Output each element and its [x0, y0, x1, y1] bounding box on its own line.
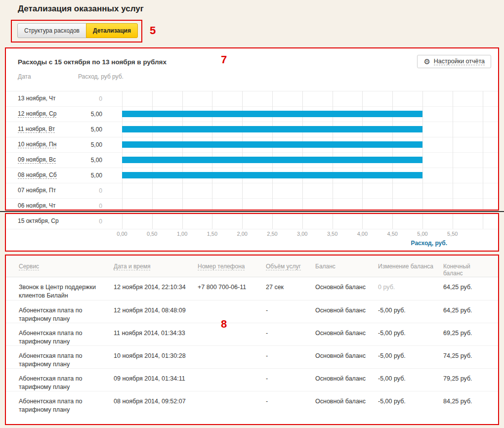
chart-row: 15 октября, Ср0 — [6, 214, 498, 229]
report-settings-button[interactable]: ⚙ Настройки отчёта — [417, 55, 491, 68]
table-cell: 12 ноября 2014, 08:48:09 — [114, 306, 198, 323]
table-column-label: Изменение баланса — [378, 263, 433, 270]
x-axis-tick-label: 1,50 — [200, 231, 224, 237]
table-column-header[interactable]: Сервис — [19, 263, 114, 277]
table-column-label: Конечный баланс — [443, 263, 470, 277]
table-cell: 0 руб. — [378, 283, 443, 300]
x-axis-tick-label: 3,50 — [321, 231, 344, 237]
table-row: Абонентская плата по тарифному плану08 н… — [6, 391, 498, 414]
table-cell: 08 ноября 2014, 09:52:07 — [114, 397, 198, 414]
report-tabs: Структура расходов Детализация — [17, 23, 138, 38]
chart-title: Расходы с 15 октября по 13 ноября в рубл… — [18, 58, 167, 66]
tab-expense-structure[interactable]: Структура расходов — [17, 23, 86, 38]
table-cell: -5,00 руб. — [378, 352, 443, 368]
chart-column-date: Дата — [18, 73, 31, 80]
chart-date-link[interactable]: 11 ноября, Вт — [18, 126, 55, 133]
chart-row: 07 ноября, Пт0 — [6, 183, 498, 199]
table-cell: Абонентская плата по тарифному плану — [19, 375, 114, 391]
chart-value-label: 0 — [60, 187, 102, 194]
details-table-panel: СервисДата и времяНомер телефонаОбъём ус… — [5, 255, 499, 425]
table-row: Звонок в Центр поддержки клиентов Билайн… — [6, 277, 498, 300]
table-cell: Основной баланс — [315, 375, 378, 391]
x-axis-tick-label: 2,50 — [260, 231, 284, 237]
table-cell: Основной баланс — [315, 329, 378, 345]
table-cell: - — [266, 397, 315, 414]
table-cell: -5,00 руб. — [378, 397, 443, 414]
chart-row: 09 ноября, Вс5,00 — [6, 153, 498, 168]
table-cell: Основной баланс — [315, 306, 378, 323]
x-axis-tick-label: 5,50 — [441, 231, 464, 237]
table-cell: +7 800 700-06-11 — [198, 283, 266, 300]
chart-date-link[interactable]: 10 ноября, Пн — [18, 141, 56, 148]
table-cell: - — [266, 329, 315, 345]
report-settings-label: Настройки отчёта — [434, 58, 485, 65]
table-column-label: Дата и время — [114, 263, 150, 270]
table-column-header: Баланс — [315, 263, 378, 277]
chart-row: 13 ноября, Чт0 — [6, 91, 498, 107]
chart-panel: Расходы с 15 октября по 13 ноября в рубл… — [5, 47, 499, 211]
x-axis-tick-label: 3,00 — [291, 231, 314, 237]
table-cell: - — [266, 375, 315, 391]
tab-detail[interactable]: Детализация — [86, 23, 138, 38]
table-cell: 12 ноября 2014, 22:10:34 — [114, 283, 198, 300]
table-column-label: Номер телефона — [198, 263, 245, 270]
annotation-number-5: 5 — [150, 24, 156, 37]
table-cell — [198, 375, 266, 391]
chart-panel-bottom: 15 октября, Ср0 0,000,501,001,502,002,50… — [5, 213, 499, 252]
chart-value-label: 5,00 — [60, 157, 102, 164]
screenshot-cut-line — [0, 211, 504, 212]
table-cell: Основной баланс — [315, 397, 378, 414]
gear-icon: ⚙ — [423, 58, 430, 65]
table-row: Абонентская плата по тарифному плану10 н… — [6, 345, 498, 368]
table-cell — [198, 397, 266, 414]
chart-value-label: 0 — [60, 203, 102, 210]
table-cell: 11 ноября 2014, 01:34:33 — [114, 329, 198, 345]
table-column-header[interactable]: Номер телефона — [198, 263, 266, 277]
chart-date-link[interactable]: 09 ноября, Вс — [18, 156, 56, 164]
x-axis-tick-label: 2,00 — [230, 231, 254, 237]
table-cell: Абонентская плата по тарифному плану — [19, 306, 114, 323]
x-axis-ticks: 0,000,501,001,502,002,503,003,504,004,50… — [6, 231, 498, 238]
chart-value-label: 5,00 — [60, 126, 102, 133]
chart-value-label: 5,00 — [60, 141, 102, 148]
chart-column-value: Расход, руб — [78, 73, 111, 80]
chart-value-label: 5,00 — [60, 111, 102, 118]
table-cell: Абонентская плата по тарифному плану — [19, 352, 114, 368]
table-cell: 27 сек — [266, 283, 315, 300]
table-header-row: СервисДата и времяНомер телефонаОбъём ус… — [6, 256, 498, 277]
table-column-label: Объём услуг — [266, 263, 301, 270]
table-body: Звонок в Центр поддержки клиентов Билайн… — [6, 277, 498, 414]
table-cell: - — [266, 352, 315, 368]
table-cell: 64,25 руб. — [443, 306, 491, 323]
table-cell: - — [266, 306, 315, 323]
chart-bar — [122, 141, 422, 148]
table-cell: 64,25 руб. — [443, 283, 491, 300]
annotation-number-7: 7 — [221, 53, 227, 66]
x-axis-tick-label: 4,50 — [380, 231, 404, 237]
chart-date-label: 15 октября, Ср — [18, 217, 59, 224]
table-column-header[interactable]: Объём услуг — [266, 263, 315, 277]
table-cell: 10 ноября 2014, 01:30:28 — [114, 352, 198, 368]
chart-row: 08 ноября, Сб5,00 — [6, 168, 498, 183]
table-column-label: Сервис — [19, 263, 39, 270]
table-cell: -5,00 руб. — [378, 375, 443, 391]
table-column-header[interactable]: Дата и время — [114, 263, 198, 277]
tabs-annotation-box: Структура расходов Детализация — [11, 20, 142, 43]
chart-value-label: 0 — [60, 95, 102, 102]
chart-rows: 13 ноября, Чт012 ноября, Ср5,0011 ноября… — [6, 91, 498, 214]
table-cell: Основной баланс — [315, 283, 378, 300]
table-cell: Абонентская плата по тарифному плану — [19, 329, 114, 345]
chart-date-link[interactable]: 12 ноября, Ср — [18, 110, 56, 118]
chart-bar — [122, 126, 422, 132]
page-title: Детализация оказанных услуг — [18, 4, 144, 14]
chart-date-link[interactable]: 08 ноября, Сб — [18, 171, 57, 179]
table-row: Абонентская плата по тарифному плану09 н… — [6, 368, 498, 391]
x-axis-tick-label: 0,50 — [140, 231, 164, 237]
chart-bar — [122, 157, 422, 163]
chart-date-label: 07 ноября, Пт — [18, 187, 56, 194]
chart-rows-bottom: 15 октября, Ср0 — [6, 214, 498, 229]
chart-row: 12 ноября, Ср5,00 — [6, 107, 498, 122]
table-cell: Основной баланс — [315, 352, 378, 368]
x-axis-tick-label: 4,00 — [350, 231, 374, 237]
page: Детализация оказанных услуг Структура ра… — [0, 0, 504, 428]
